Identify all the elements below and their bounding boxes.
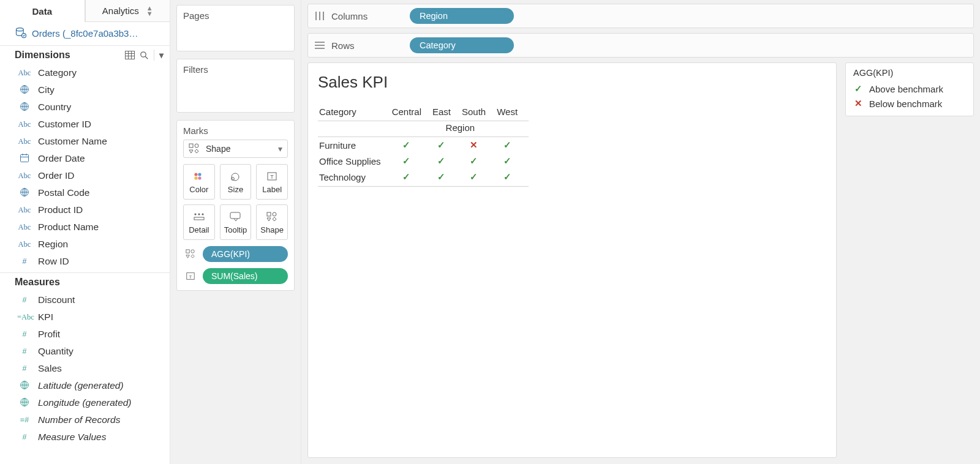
rows-shelf-label: Rows <box>331 40 355 51</box>
kpi-mark[interactable]: ✓ <box>392 137 432 154</box>
svg-rect-32 <box>186 250 189 253</box>
field-number-of-records[interactable]: =#Number of Records <box>0 411 170 428</box>
kpi-mark[interactable]: ✓ <box>432 137 462 154</box>
datasource-row[interactable]: Orders (_8fc0e7a0a3b3… <box>0 22 170 45</box>
field-sales[interactable]: #Sales <box>0 360 170 377</box>
legend-item-below[interactable]: ✕ Below benchmark <box>852 96 967 111</box>
field-postal-code[interactable]: Postal Code <box>0 184 170 201</box>
row-label[interactable]: Furniture <box>318 137 392 154</box>
abc-icon: Abc <box>17 69 32 78</box>
field-discount[interactable]: #Discount <box>0 291 170 309</box>
shape-legend[interactable]: AGG(KPI) ✓ Above benchmark ✕ Below bench… <box>845 62 974 116</box>
marks-tooltip-button[interactable]: Tooltip <box>220 204 252 240</box>
field-longitude-generated-[interactable]: Longitude (generated) <box>0 394 170 411</box>
kpi-mark[interactable]: ✓ <box>462 153 497 169</box>
marks-label-button[interactable]: T Label <box>256 164 288 200</box>
marks-color-button[interactable]: Color <box>183 164 215 200</box>
kpi-mark[interactable]: ✓ <box>432 153 462 169</box>
field-city[interactable]: City <box>0 81 170 99</box>
check-icon: ✓ <box>470 171 478 182</box>
abc-icon: Abc <box>17 206 32 215</box>
marks-shape-label: Shape <box>260 225 284 234</box>
field-region[interactable]: AbcRegion <box>0 236 170 253</box>
measures-title: Measures <box>15 277 60 288</box>
columns-shelf[interactable]: Columns Region <box>307 4 974 28</box>
check-icon: ✓ <box>437 140 445 150</box>
abc-icon: Abc <box>17 223 32 232</box>
marks-shape-button[interactable]: Shape <box>256 204 288 240</box>
col-header-central[interactable]: Central <box>392 103 432 121</box>
svg-point-0 <box>17 28 24 31</box>
filters-card[interactable]: Filters <box>176 59 295 113</box>
marks-detail-button[interactable]: Detail <box>183 204 215 240</box>
check-icon: ✓ <box>503 171 511 182</box>
field-kpi[interactable]: =AbcKPI <box>0 309 170 326</box>
col-header-east[interactable]: East <box>432 103 462 121</box>
mark-encoding-label[interactable]: T SUM(Sales) <box>183 268 288 284</box>
svg-rect-30 <box>267 212 271 216</box>
row-label[interactable]: Office Supplies <box>318 153 392 169</box>
kpi-mark[interactable]: ✓ <box>497 169 529 187</box>
view-as-table-icon[interactable] <box>125 51 135 59</box>
columns-pill-region[interactable]: Region <box>410 8 514 24</box>
globe-icon <box>17 397 32 409</box>
database-icon <box>15 27 27 39</box>
field-order-date[interactable]: Order Date <box>0 150 170 167</box>
kpi-mark[interactable]: ✓ <box>392 169 432 187</box>
pill-agg-kpi[interactable]: AGG(KPI) <box>203 246 288 262</box>
row-label[interactable]: Technology <box>318 169 392 187</box>
data-pane-tabs: Data Analytics ▲▼ <box>0 0 170 22</box>
marks-size-label: Size <box>228 185 243 194</box>
mark-type-dropdown[interactable]: Shape ▾ <box>183 140 288 158</box>
kpi-mark[interactable]: ✓ <box>497 153 529 169</box>
field-latitude-generated-[interactable]: Latitude (generated) <box>0 377 170 394</box>
size-icon <box>228 170 242 182</box>
tab-data[interactable]: Data <box>0 0 85 22</box>
col-header-south[interactable]: South <box>462 103 497 121</box>
viz-canvas[interactable]: Sales KPI RegionCategoryCentralEastSouth… <box>307 62 837 458</box>
field-label: Product Name <box>38 222 99 233</box>
marks-size-button[interactable]: Size <box>220 164 252 200</box>
kpi-mark[interactable]: ✓ <box>392 153 432 169</box>
search-fields-icon[interactable] <box>140 51 149 60</box>
kpi-mark[interactable]: ✓ <box>497 137 529 154</box>
fields-menu-icon[interactable]: ▾ <box>159 50 164 60</box>
tab-analytics[interactable]: Analytics ▲▼ <box>85 0 170 22</box>
field-order-id[interactable]: AbcOrder ID <box>0 167 170 184</box>
field-label: Order ID <box>38 170 74 181</box>
field-label: Sales <box>38 363 62 374</box>
pill-sum-sales[interactable]: SUM(Sales) <box>203 268 288 284</box>
pages-card[interactable]: Pages <box>176 5 295 51</box>
field-row-id[interactable]: #Row ID <box>0 253 170 270</box>
table-row: Office Supplies✓✓✓✓ <box>318 153 529 169</box>
viz-title[interactable]: Sales KPI <box>318 73 826 92</box>
field-product-id[interactable]: AbcProduct ID <box>0 201 170 219</box>
legend-item-above[interactable]: ✓ Above benchmark <box>852 81 967 96</box>
field-quantity[interactable]: #Quantity <box>0 343 170 360</box>
mark-encoding-shape[interactable]: AGG(KPI) <box>183 246 288 262</box>
detail-icon <box>193 211 205 223</box>
field-label: Region <box>38 239 68 250</box>
abc-icon: Abc <box>17 120 32 129</box>
svg-point-27 <box>202 213 203 215</box>
kpi-mark[interactable]: ✕ <box>462 137 497 154</box>
abc-icon: Abc <box>17 137 32 146</box>
field-profit[interactable]: #Profit <box>0 326 170 343</box>
field-customer-id[interactable]: AbcCustomer ID <box>0 116 170 133</box>
rows-shelf[interactable]: Rows Category <box>307 33 974 58</box>
col-header-west[interactable]: West <box>497 103 529 121</box>
svg-point-21 <box>232 173 239 181</box>
field-product-name[interactable]: AbcProduct Name <box>0 219 170 236</box>
field-measure-values[interactable]: #Measure Values <box>0 428 170 446</box>
rows-pill-category[interactable]: Category <box>410 37 514 53</box>
field-customer-name[interactable]: AbcCustomer Name <box>0 133 170 150</box>
rows-pill-label: Category <box>420 40 456 50</box>
pages-card-title: Pages <box>183 10 288 21</box>
kpi-mark[interactable]: ✓ <box>432 169 462 187</box>
hash-icon: # <box>17 296 32 304</box>
check-icon: ✓ <box>470 155 478 166</box>
hash-icon: # <box>17 433 32 441</box>
field-country[interactable]: Country <box>0 99 170 116</box>
kpi-mark[interactable]: ✓ <box>462 169 497 187</box>
field-category[interactable]: AbcCategory <box>0 64 170 81</box>
